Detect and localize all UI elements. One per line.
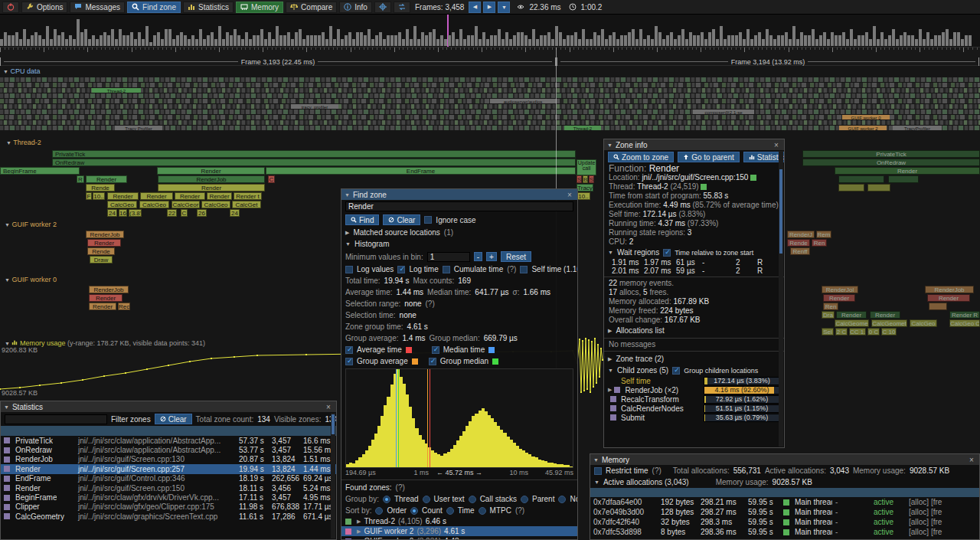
frame-bar[interactable] bbox=[69, 35, 72, 46]
thread2-section-label[interactable]: ▼ Thread-2 bbox=[6, 139, 41, 146]
frame-bar[interactable] bbox=[724, 39, 727, 46]
frame-bar[interactable] bbox=[643, 39, 646, 46]
timeline-zone[interactable]: CalcGeo bbox=[201, 201, 230, 208]
frame-bar[interactable] bbox=[4, 32, 7, 46]
statistics-row[interactable]: Clipper jni/../jni/src/claw/gfx/geo/Clip… bbox=[1, 502, 336, 512]
show-group-average-checkbox[interactable] bbox=[345, 358, 353, 365]
frame-bar[interactable] bbox=[283, 35, 286, 46]
timeline-zone[interactable]: Rende bbox=[87, 247, 115, 255]
frame-bar[interactable] bbox=[930, 39, 933, 46]
frame-bar[interactable] bbox=[858, 35, 861, 46]
timeline-zone[interactable]: 16 bbox=[119, 209, 127, 217]
frame-bar[interactable] bbox=[50, 39, 53, 46]
frame-bar[interactable] bbox=[540, 35, 543, 46]
frame-bar[interactable] bbox=[861, 35, 864, 46]
timeline-zone[interactable] bbox=[838, 175, 884, 183]
collapse-icon[interactable]: ▼ bbox=[345, 192, 350, 198]
frame-bar[interactable] bbox=[754, 35, 757, 46]
frame-bar[interactable] bbox=[479, 39, 482, 46]
frame-bar[interactable] bbox=[590, 39, 593, 46]
frame-bar[interactable] bbox=[616, 39, 619, 46]
frame-bar[interactable] bbox=[180, 32, 183, 46]
frame-bar[interactable] bbox=[203, 39, 206, 46]
statistics-row[interactable]: Render jni/../jni/src/guif/Screen.cpp:15… bbox=[1, 483, 336, 493]
frame-bar[interactable] bbox=[808, 35, 811, 46]
frame-bar[interactable] bbox=[222, 39, 225, 46]
show-group-median-checkbox[interactable] bbox=[429, 358, 436, 365]
frame-bar[interactable] bbox=[218, 26, 221, 46]
timeline-zone[interactable]: CalcGeo bbox=[107, 201, 137, 208]
frame-bar[interactable] bbox=[421, 32, 424, 46]
frame-bar[interactable] bbox=[138, 32, 141, 46]
statistics-row[interactable]: OnRedraw jni/../jni/src/claw/application… bbox=[1, 445, 336, 454]
frame-bar[interactable] bbox=[145, 26, 149, 46]
messages-button[interactable]: Messages bbox=[70, 2, 125, 13]
timeline-zone[interactable]: EndFrame bbox=[266, 167, 576, 175]
timeline-zone[interactable]: 10.. bbox=[577, 192, 590, 200]
frame-bar[interactable] bbox=[678, 35, 681, 46]
timeline-zone[interactable]: Render bbox=[107, 192, 139, 200]
frame-bar[interactable] bbox=[574, 32, 577, 46]
frame-bar[interactable] bbox=[230, 35, 233, 46]
zone-location[interactable]: jni/../jni/src/guif/Screen.cpp:150 bbox=[642, 173, 748, 182]
frame-bar[interactable] bbox=[130, 32, 133, 46]
frame-bar[interactable] bbox=[360, 32, 363, 46]
frame-bar[interactable] bbox=[720, 26, 723, 46]
guif-worker2-section-label[interactable]: ▼ GUIF worker 2 bbox=[5, 221, 57, 228]
frame-bar[interactable] bbox=[766, 29, 769, 46]
frame-bar[interactable] bbox=[348, 32, 351, 46]
frame-bar[interactable] bbox=[394, 35, 397, 46]
found-zone-group-row[interactable]: ▶ GUIF worker 0(3,231)4.48 s bbox=[341, 536, 577, 540]
frame-bar[interactable] bbox=[926, 32, 929, 46]
frame-bar[interactable] bbox=[838, 35, 841, 46]
frame-bar[interactable] bbox=[773, 39, 776, 46]
timeline-zone[interactable]: Dra bbox=[822, 311, 835, 319]
timeline-zone[interactable]: Render R bbox=[949, 311, 980, 319]
frame-bar[interactable] bbox=[119, 29, 122, 46]
frame-bar[interactable] bbox=[264, 39, 267, 46]
frame-bar[interactable] bbox=[486, 39, 489, 46]
timeline-zone[interactable]: Rende bbox=[787, 239, 810, 247]
frame-bar[interactable] bbox=[88, 39, 91, 46]
timeline-zone[interactable]: RenderJob bbox=[89, 286, 129, 293]
frame-bar[interactable] bbox=[329, 26, 332, 46]
frame-bar[interactable] bbox=[46, 26, 49, 46]
close-icon[interactable]: × bbox=[324, 403, 333, 411]
frame-bar[interactable] bbox=[425, 35, 428, 46]
frame-bar[interactable] bbox=[563, 39, 566, 46]
frame-bar[interactable] bbox=[521, 32, 524, 46]
wait-region-row[interactable]: 1.91 ms1.97 ms61 µs-2R bbox=[604, 258, 784, 267]
frame-bar[interactable] bbox=[785, 32, 788, 46]
frame-bar[interactable] bbox=[528, 39, 531, 46]
child-zones-toggle[interactable]: ▼Child zones (5)Group children locations bbox=[604, 365, 784, 376]
frame-bar[interactable] bbox=[892, 29, 895, 46]
close-icon[interactable]: × bbox=[772, 141, 781, 149]
go-to-parent-button[interactable]: Go to parent bbox=[678, 152, 740, 162]
frame-bar[interactable] bbox=[704, 39, 707, 46]
timeline-zone[interactable]: C bbox=[268, 175, 275, 183]
frame-bar[interactable] bbox=[658, 32, 662, 46]
frame-bar[interactable] bbox=[639, 29, 642, 46]
frame-bar[interactable] bbox=[551, 39, 554, 46]
cpu-row[interactable] bbox=[0, 83, 980, 87]
timeline-zone[interactable]: Render bbox=[835, 167, 980, 175]
frame-bar[interactable] bbox=[632, 29, 635, 46]
frame-bar[interactable] bbox=[31, 35, 34, 46]
frame-bar[interactable] bbox=[597, 35, 600, 46]
timeline-zone[interactable]: Render bbox=[158, 184, 265, 191]
find-zone-query-input[interactable] bbox=[345, 201, 573, 211]
timeline-zone[interactable]: S bbox=[589, 175, 594, 183]
frame-bar[interactable] bbox=[103, 32, 106, 46]
guif-worker0-section-label[interactable]: ▼ GUIF worker 0 bbox=[5, 276, 57, 283]
frame-bar[interactable] bbox=[176, 35, 179, 46]
frame-bar[interactable] bbox=[318, 35, 321, 46]
compare-button[interactable]: Compare bbox=[286, 2, 337, 13]
frame-bar[interactable] bbox=[919, 29, 922, 46]
sort-by-count-radio[interactable] bbox=[410, 507, 418, 515]
histogram-toggle[interactable]: ▼Histogram bbox=[341, 238, 577, 250]
frame-bar[interactable] bbox=[739, 32, 742, 46]
frame-bar[interactable] bbox=[911, 35, 914, 46]
frame-bar[interactable] bbox=[854, 39, 857, 46]
timeline-zone[interactable]: 24 bbox=[230, 209, 240, 217]
frame-bar[interactable] bbox=[965, 35, 968, 46]
